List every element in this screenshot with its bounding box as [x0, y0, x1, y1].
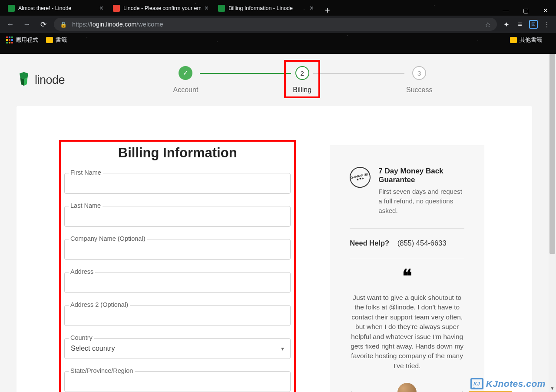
logo-text: linode [35, 73, 65, 87]
url-text: https://login.linode.com/welcome [72, 21, 480, 28]
field-address2: Address 2 (Optional) [64, 305, 291, 326]
connector [313, 73, 404, 74]
watermark-text: KJnotes.com [486, 379, 546, 389]
apps-bookmark[interactable]: 應用程式 [6, 36, 38, 44]
address-input[interactable] [64, 272, 291, 293]
first-name-label: First Name [69, 169, 103, 176]
reading-list-icon[interactable]: ≡ [515, 20, 525, 28]
linode-cube-icon [17, 71, 31, 89]
window-maximize-icon[interactable]: ▢ [520, 5, 531, 16]
bookmarks-bar: 應用程式 書籤 其他書籤 [0, 33, 556, 47]
window-close-icon[interactable]: ✕ [540, 5, 551, 16]
step-label: Account [173, 86, 199, 94]
country-select[interactable]: Select country ▾ [64, 338, 291, 359]
page-viewport: linode ✓ Account 2 Billing 3 [0, 54, 556, 392]
address2-label: Address 2 (Optional) [69, 301, 130, 308]
scroll-down-icon[interactable]: ▼ [549, 385, 556, 392]
field-country: Country Select country ▾ [64, 338, 291, 359]
reload-button[interactable]: ⟳ [37, 20, 50, 29]
guarantee-badge-icon: GUARANTEE★★★ [348, 165, 373, 190]
scrollbar-thumb[interactable] [549, 54, 555, 254]
guarantee-block: GUARANTEE★★★ 7 Day Money Back Guarantee … [350, 167, 464, 229]
next-testimonial-button[interactable]: › [461, 388, 464, 392]
highlight-box [284, 60, 320, 98]
field-first-name: First Name [64, 173, 291, 194]
field-state: State/Province/Region [64, 371, 291, 392]
first-name-input[interactable] [64, 173, 291, 194]
last-name-label: Last Name [69, 202, 103, 209]
avatar-icon [397, 383, 417, 392]
page-header: linode ✓ Account 2 Billing 3 [0, 54, 549, 106]
step-account: ✓ Account [173, 66, 199, 94]
apps-label: 應用程式 [16, 36, 38, 44]
help-block: Need Help? (855) 454-6633 [350, 229, 464, 258]
help-label: Need Help? [350, 239, 389, 247]
watermark: KJNotes KJnotes.com [470, 378, 546, 389]
linode-logo[interactable]: linode [17, 71, 65, 89]
folder-label: 書籤 [56, 36, 67, 44]
close-tab-icon[interactable]: × [310, 4, 314, 12]
step-success: 3 Success [406, 66, 432, 94]
last-name-input[interactable] [64, 206, 291, 227]
step-number: 3 [412, 66, 426, 80]
quote-icon: ❝ [350, 270, 464, 283]
step-billing: 2 Billing [293, 66, 311, 94]
extension-kj-icon[interactable]: 回 [529, 20, 538, 29]
sidebar: GUARANTEE★★★ 7 Day Money Back Guarantee … [330, 145, 484, 392]
close-tab-icon[interactable]: × [99, 4, 103, 12]
country-value: Select country [71, 345, 115, 352]
linode-favicon-icon [218, 5, 225, 12]
state-select[interactable] [64, 371, 291, 392]
connector [200, 73, 291, 74]
lock-icon: 🔒 [60, 21, 67, 28]
tab-title: Almost there! - Linode [18, 5, 97, 11]
tab-strip: Almost there! - Linode × Linode - Please… [0, 0, 556, 16]
address-bar: ← → ⟳ 🔒 https://login.linode.com/welcome… [0, 16, 556, 33]
address2-input[interactable] [64, 305, 291, 326]
browser-tab-2[interactable]: Billing Information - Linode × [214, 1, 318, 16]
billing-form: Billing Information First Name Last Name… [64, 145, 291, 392]
main-card: Billing Information First Name Last Name… [17, 106, 532, 392]
menu-icon[interactable]: ⋮ [542, 20, 552, 29]
testimonial-block: ❝ Just want to give a quick shoutout to … [350, 258, 464, 392]
company-label: Company Name (Optional) [69, 235, 147, 242]
browser-tab-1[interactable]: Linode - Please confirm your em × [109, 1, 213, 16]
window-minimize-icon[interactable]: — [500, 5, 511, 16]
chevron-down-icon: ▾ [281, 345, 284, 352]
folder-icon [510, 37, 517, 43]
bookmark-folder[interactable]: 書籤 [46, 36, 67, 44]
country-label: Country [69, 334, 94, 341]
prev-testimonial-button[interactable]: ‹ [350, 388, 353, 392]
other-bookmarks[interactable]: 其他書籤 [510, 36, 542, 44]
browser-tab-0[interactable]: Almost there! - Linode × [3, 1, 108, 16]
field-company: Company Name (Optional) [64, 239, 291, 260]
other-bookmarks-label: 其他書籤 [520, 36, 542, 44]
scrollbar[interactable]: ▼ [549, 54, 556, 392]
help-phone[interactable]: (855) 454-6633 [397, 239, 447, 247]
progress-stepper: ✓ Account 2 Billing 3 Success [99, 66, 506, 94]
step-label: Success [406, 86, 432, 94]
company-input[interactable] [64, 239, 291, 260]
state-label: State/Province/Region [69, 367, 135, 374]
address-label: Address [69, 268, 95, 275]
watermark-icon: KJNotes [470, 378, 483, 389]
guarantee-text: First seven days and request a full refu… [378, 187, 464, 215]
check-icon: ✓ [179, 66, 192, 80]
close-tab-icon[interactable]: × [205, 4, 208, 12]
field-address: Address [64, 272, 291, 293]
apps-grid-icon [6, 37, 13, 43]
tab-title: Linode - Please confirm your em [123, 5, 202, 11]
bookmark-star-icon[interactable]: ☆ [485, 20, 491, 29]
omnibox[interactable]: 🔒 https://login.linode.com/welcome ☆ [54, 18, 497, 31]
folder-icon [46, 37, 53, 43]
new-tab-button[interactable]: + [319, 6, 336, 16]
tab-title: Billing Information - Linode [228, 5, 307, 11]
form-title: Billing Information [64, 145, 291, 161]
gmail-favicon-icon [113, 5, 120, 12]
back-button[interactable]: ← [4, 20, 17, 29]
extensions-icon[interactable]: ✦ [501, 20, 511, 29]
linode-favicon-icon [8, 5, 15, 12]
forward-button[interactable]: → [21, 20, 33, 29]
quote-text: Just want to give a quick shoutout to th… [350, 293, 464, 371]
field-last-name: Last Name [64, 206, 291, 227]
